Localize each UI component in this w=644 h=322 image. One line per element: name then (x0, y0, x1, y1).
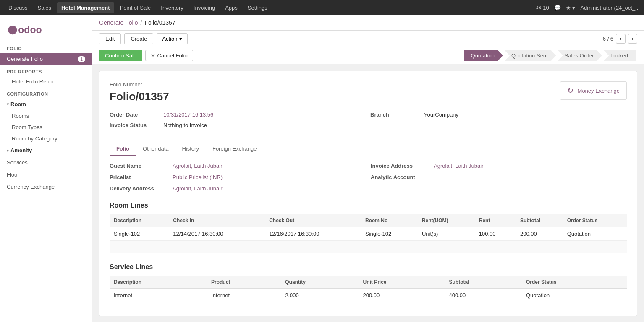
sidebar-section-folio: Folio (0, 42, 92, 53)
sidebar-item-currency-exchange[interactable]: Currency Exchange (0, 181, 92, 193)
order-date-value[interactable]: 10/31/2017 16:13:56 (163, 112, 213, 118)
svc-col-description: Description (110, 276, 207, 289)
form-container: Folio Number Folio/01357 ↻ Money Exchang… (92, 64, 644, 322)
breadcrumb-parent[interactable]: Generate Folio (99, 19, 138, 26)
status-step-quotation: Quotation (464, 50, 503, 61)
col-subtotal: Subtotal (516, 214, 563, 227)
sidebar-logo: odoo (0, 15, 92, 42)
tab-other-data[interactable]: Other data (136, 142, 175, 156)
nav-invoicing[interactable]: Invoicing (189, 2, 219, 13)
money-exchange-button[interactable]: ↻ Money Exchange (560, 81, 627, 100)
content-area: Generate Folio / Folio/01357 Edit Create… (92, 15, 644, 322)
room-lines-table: Description Check In Check Out Room No R… (110, 214, 627, 253)
nav-settings[interactable]: Settings (243, 2, 272, 13)
delivery-address-field: Delivery Address Agrolait, Laith Jubair (110, 185, 366, 192)
sidebar-item-hotel-folio-report[interactable]: Hotel Folio Report (0, 76, 92, 87)
svc-cell-order-status: Quotation (522, 289, 627, 302)
sidebar-item-room-types[interactable]: Room Types (0, 122, 92, 133)
room-lines-header: Description Check In Check Out Room No R… (110, 214, 627, 227)
cell-check-in: 12/14/2017 16:30:00 (169, 227, 265, 241)
cell-rent-uom: Unit(s) (418, 227, 475, 241)
invoice-status-field: Invoice Status Nothing to Invoice (110, 122, 366, 128)
breadcrumb-current: Folio/01357 (145, 19, 175, 26)
pricelist-value[interactable]: Public Pricelist (INR) (173, 174, 223, 180)
folio-number-label: Folio Number (110, 81, 169, 88)
breadcrumb-separator: / (141, 19, 142, 26)
invoice-address-field: Invoice Address Agrolait, Laith Jubair (371, 163, 627, 169)
edit-button[interactable]: Edit (99, 33, 121, 44)
nav-inventory[interactable]: Inventory (157, 2, 187, 13)
col-check-in: Check In (169, 214, 265, 227)
tab-history[interactable]: History (175, 142, 205, 156)
sidebar-group-room[interactable]: ▾ Room (0, 98, 92, 110)
status-step-sales-order: Sales Order (558, 50, 602, 61)
service-lines-header: Description Product Quantity Unit Price … (110, 276, 627, 289)
cancel-folio-button[interactable]: ✕ Cancel Folio (145, 50, 193, 61)
tab-foreign-exchange[interactable]: Foreign Exchange (206, 142, 264, 156)
svc-col-unit-price: Unit Price (359, 276, 445, 289)
top-navigation: Discuss Sales Hotel Management Point of … (0, 0, 644, 15)
tab-folio[interactable]: Folio (110, 142, 136, 156)
form-card: Folio Number Folio/01357 ↻ Money Exchang… (99, 71, 637, 316)
create-button[interactable]: Create (124, 33, 153, 44)
table-row[interactable]: Single-102 12/14/2017 16:30:00 12/16/201… (110, 227, 627, 241)
service-lines-title: Service Lines (110, 263, 627, 271)
pagination-count: 6 / 6 (603, 36, 613, 42)
nav-hotel-management[interactable]: Hotel Management (57, 2, 114, 13)
order-date-field: Order Date 10/31/2017 16:13:56 (110, 112, 366, 118)
service-table-row[interactable]: Internet Internet 2.000 200.00 400.00 Qu… (110, 289, 627, 302)
svc-cell-description: Internet (110, 289, 207, 302)
form-fields: Order Date 10/31/2017 16:13:56 Branch Yo… (110, 112, 627, 135)
pagination: 6 / 6 ‹ › (603, 34, 637, 44)
sidebar-item-generate-folio[interactable]: Generate Folio 1 (0, 53, 92, 65)
action-button[interactable]: Action ▾ (157, 33, 187, 44)
sidebar: odoo Folio Generate Folio 1 Pdf Reports … (0, 15, 92, 322)
breadcrumb: Generate Folio / Folio/01357 (92, 15, 644, 31)
confirm-sale-button[interactable]: Confirm Sale (99, 50, 142, 61)
folio-info: Folio Number Folio/01357 (110, 81, 169, 103)
chat-icon[interactable]: 💬 (554, 5, 561, 11)
branch-field: Branch YourCompany (370, 112, 627, 118)
prev-page-button[interactable]: ‹ (616, 34, 625, 44)
nav-discuss[interactable]: Discuss (4, 2, 32, 13)
svc-cell-unit-price: 200.00 (359, 289, 445, 302)
cell-subtotal: 200.00 (516, 227, 563, 241)
action-chevron-icon: ▾ (179, 36, 182, 42)
toolbar: Edit Create Action ▾ 6 / 6 ‹ › (92, 31, 644, 47)
sidebar-item-floor[interactable]: Floor (0, 169, 92, 181)
delivery-address-value[interactable]: Agrolait, Laith Jubair (173, 185, 223, 192)
notification-icon[interactable]: @ 10 (536, 5, 549, 11)
cell-room-no: Single-102 (361, 227, 418, 241)
nav-point-of-sale[interactable]: Point of Sale (116, 2, 155, 13)
service-lines-table: Description Product Quantity Unit Price … (110, 276, 627, 302)
sidebar-item-rooms[interactable]: Rooms (0, 110, 92, 122)
branch-value: YourCompany (424, 112, 458, 118)
sidebar-group-amenity[interactable]: ▸ Amenity (0, 144, 92, 156)
nav-sales[interactable]: Sales (34, 2, 56, 13)
user-menu[interactable]: Administrator (24_oct_... (580, 5, 640, 11)
room-chevron-icon: ▾ (7, 102, 9, 106)
room-lines-title: Room Lines (110, 202, 627, 209)
svc-col-quantity: Quantity (281, 276, 359, 289)
next-page-button[interactable]: › (628, 34, 637, 44)
nav-apps[interactable]: Apps (221, 2, 242, 13)
col-order-status: Order Status (563, 214, 627, 227)
svc-cell-quantity: 2.000 (281, 289, 359, 302)
table-footer-row (110, 241, 627, 253)
sidebar-section-pdf-reports: Pdf Reports (0, 65, 92, 76)
cell-check-out: 12/16/2017 16:30:00 (265, 227, 361, 241)
svc-col-subtotal: Subtotal (445, 276, 522, 289)
sidebar-item-services[interactable]: Services (0, 156, 92, 169)
invoice-address-value[interactable]: Agrolait, Laith Jubair (434, 163, 484, 169)
folio-header: Folio Number Folio/01357 ↻ Money Exchang… (110, 81, 627, 103)
guest-name-value[interactable]: Agrolait, Laith Jubair (173, 163, 223, 169)
star-icon[interactable]: ★ ▾ (566, 5, 576, 11)
svc-col-product: Product (207, 276, 281, 289)
svc-cell-product: Internet (207, 289, 281, 302)
amenity-chevron-icon: ▸ (7, 148, 9, 153)
status-step-quotation-sent: Quotation Sent (505, 50, 556, 61)
sidebar-item-room-by-category[interactable]: Room by Category (0, 133, 92, 144)
folio-number-value: Folio/01357 (110, 90, 169, 103)
svg-text:odoo: odoo (18, 24, 42, 35)
main-layout: odoo Folio Generate Folio 1 Pdf Reports … (0, 15, 644, 322)
